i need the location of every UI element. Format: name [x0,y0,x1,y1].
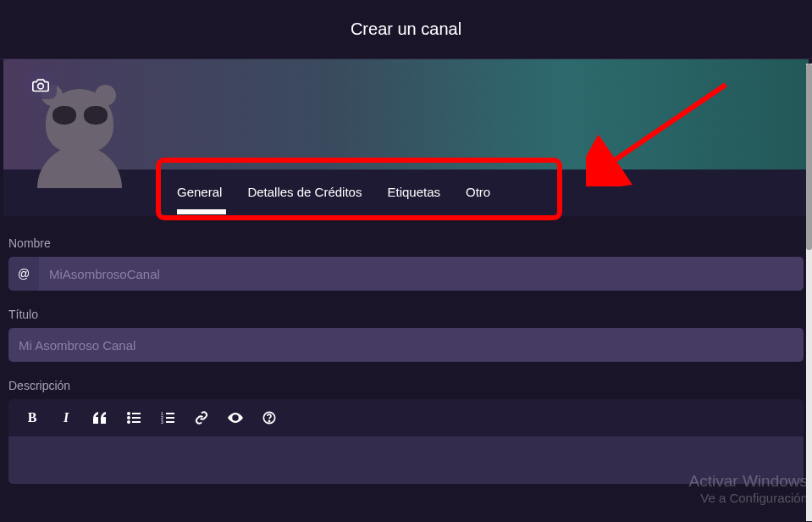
description-label: Descripción [8,379,804,392]
svg-point-0 [38,83,44,89]
eye-icon [228,412,243,424]
svg-point-5 [127,416,130,419]
page-header: Crear un canal [0,0,812,59]
svg-rect-10 [166,413,174,414]
description-field-group: Descripción B I 123 [8,379,804,484]
page-title: Crear un canal [351,19,461,39]
description-editor[interactable] [8,436,804,484]
tab-credit-details[interactable]: Detalles de Créditos [247,185,362,209]
name-prefix: @ [8,257,39,291]
svg-rect-12 [166,417,174,419]
quote-icon [93,412,107,424]
name-input[interactable] [39,257,804,291]
help-icon [262,411,276,425]
svg-rect-4 [132,413,141,414]
title-label: Título [8,308,804,321]
channel-banner [3,59,809,169]
upload-image-button[interactable] [25,70,57,99]
form-container: Nombre @ Título Descripción B I 123 [0,216,812,484]
svg-point-3 [127,412,130,415]
svg-rect-8 [132,421,141,423]
help-button[interactable] [261,409,278,426]
name-field-group: Nombre @ [8,236,804,291]
svg-text:3: 3 [161,419,163,424]
bold-button[interactable]: B [24,409,41,426]
italic-button[interactable]: I [58,409,75,426]
scrollbar-thumb[interactable] [806,64,812,250]
title-input[interactable] [8,328,804,362]
preview-button[interactable] [227,409,244,426]
editor-toolbar: B I 123 [8,399,804,436]
ordered-list-button[interactable]: 123 [159,409,176,426]
tab-other[interactable]: Otro [466,185,490,209]
quote-button[interactable] [91,409,108,426]
svg-point-17 [268,420,269,421]
camera-icon [32,77,49,92]
tab-tags[interactable]: Etiquetas [387,185,440,209]
svg-rect-14 [166,421,174,423]
ordered-list-icon: 123 [161,412,174,424]
vertical-scrollbar[interactable] [806,64,812,521]
svg-point-15 [234,416,237,419]
name-label: Nombre [8,236,804,250]
tab-general[interactable]: General [177,185,222,209]
svg-rect-6 [132,417,141,419]
title-field-group: Título [8,308,804,362]
bullet-list-icon [127,412,141,424]
link-button[interactable] [193,409,210,426]
link-icon [195,411,208,425]
svg-point-7 [127,420,130,424]
bullet-list-button[interactable] [125,409,142,426]
